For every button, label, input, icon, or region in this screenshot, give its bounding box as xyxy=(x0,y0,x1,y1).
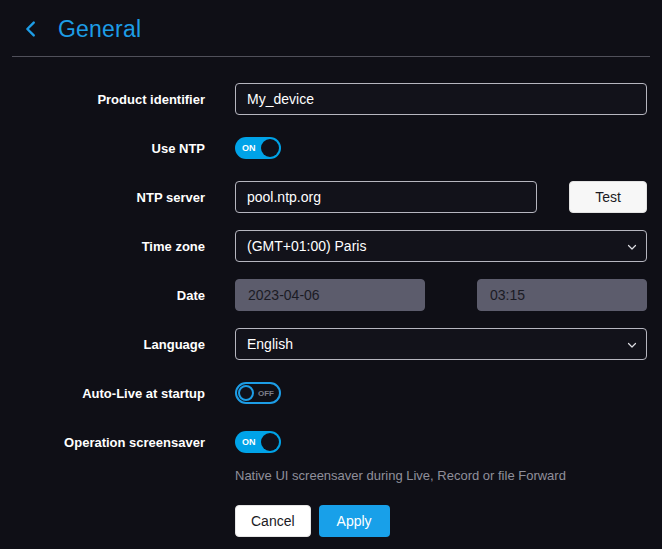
use-ntp-toggle-state: ON xyxy=(242,143,256,153)
language-selected-value: English xyxy=(247,336,293,352)
ntp-server-label: NTP server xyxy=(0,190,205,205)
time-zone-row: Time zone (GMT+01:00) Paris xyxy=(0,230,662,262)
screensaver-row: Operation screensaver ON xyxy=(0,426,662,458)
time-zone-select[interactable]: (GMT+01:00) Paris xyxy=(235,230,647,262)
cancel-button[interactable]: Cancel xyxy=(235,505,311,537)
product-identifier-input[interactable] xyxy=(235,83,647,115)
language-control: English xyxy=(235,328,647,360)
chevron-left-icon xyxy=(20,18,42,40)
screensaver-control: ON xyxy=(235,431,647,453)
time-zone-control: (GMT+01:00) Paris xyxy=(235,230,647,262)
form-actions: Cancel Apply xyxy=(235,505,662,537)
toggle-knob xyxy=(238,385,254,401)
ntp-server-input[interactable] xyxy=(235,181,537,213)
product-identifier-row: Product identifier xyxy=(0,83,662,115)
date-row: Date xyxy=(0,279,662,311)
apply-button[interactable]: Apply xyxy=(319,505,390,537)
use-ntp-control: ON xyxy=(235,137,647,159)
time-input xyxy=(477,279,647,311)
screensaver-toggle-state: ON xyxy=(242,437,256,447)
settings-form: Product identifier Use NTP ON NTP server… xyxy=(0,57,662,537)
test-button[interactable]: Test xyxy=(569,181,647,213)
chevron-down-icon xyxy=(626,241,638,253)
auto-live-row: Auto-Live at startup OFF xyxy=(0,377,662,409)
auto-live-toggle-state: OFF xyxy=(258,389,274,398)
auto-live-control: OFF xyxy=(235,382,647,404)
product-identifier-control xyxy=(235,83,647,115)
toggle-knob xyxy=(261,433,279,451)
general-settings-page: General Product identifier Use NTP ON NT… xyxy=(0,0,662,537)
screensaver-label: Operation screensaver xyxy=(0,435,205,450)
use-ntp-toggle[interactable]: ON xyxy=(235,137,281,159)
page-header: General xyxy=(0,0,662,56)
chevron-down-icon xyxy=(626,339,638,351)
date-label: Date xyxy=(0,288,205,303)
ntp-server-row: NTP server Test xyxy=(0,181,662,213)
time-zone-selected-value: (GMT+01:00) Paris xyxy=(247,238,366,254)
date-input xyxy=(235,279,425,311)
time-zone-label: Time zone xyxy=(0,239,205,254)
language-row: Language English xyxy=(0,328,662,360)
use-ntp-label: Use NTP xyxy=(0,141,205,156)
use-ntp-row: Use NTP ON xyxy=(0,132,662,164)
toggle-knob xyxy=(261,139,279,157)
language-select[interactable]: English xyxy=(235,328,647,360)
product-identifier-label: Product identifier xyxy=(0,92,205,107)
ntp-server-control: Test xyxy=(235,181,647,213)
language-label: Language xyxy=(0,337,205,352)
screensaver-toggle[interactable]: ON xyxy=(235,431,281,453)
screensaver-help-text: Native UI screensaver during Live, Recor… xyxy=(235,468,647,483)
page-title: General xyxy=(58,16,141,43)
date-control xyxy=(235,279,647,311)
back-button[interactable] xyxy=(18,16,44,42)
auto-live-toggle[interactable]: OFF xyxy=(235,382,281,404)
auto-live-label: Auto-Live at startup xyxy=(0,386,205,401)
